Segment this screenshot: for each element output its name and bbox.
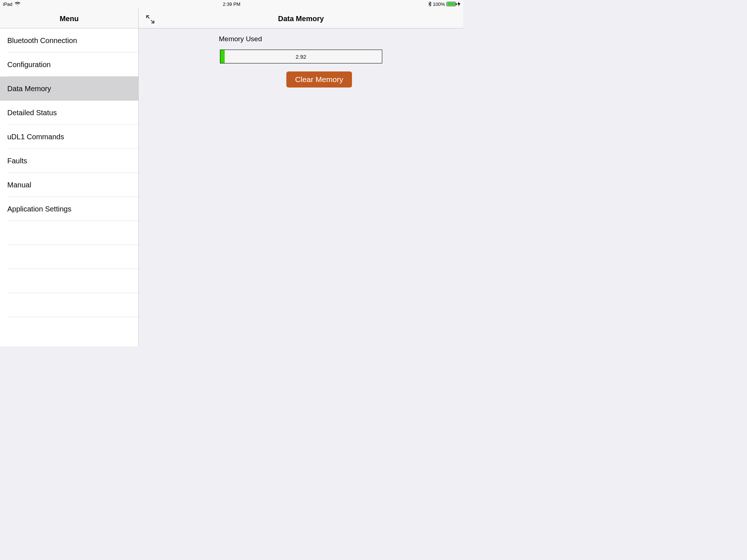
wifi-icon	[15, 2, 20, 6]
menu-item-label: uDL1 Commands	[7, 133, 64, 141]
menu-item-faults[interactable]: Faults	[0, 149, 138, 173]
menu-item-label: Manual	[7, 181, 31, 189]
menu-list: Bluetooth ConnectionConfigurationData Me…	[0, 28, 138, 346]
battery-icon	[446, 2, 456, 6]
status-bar: iPad 2:39 PM 100%	[0, 0, 463, 8]
content-body: Memory Used 2.92 Clear Memory	[139, 28, 463, 346]
menu-item-detailed-status[interactable]: Detailed Status	[0, 101, 138, 125]
memory-used-label: Memory Used	[219, 35, 262, 43]
content-title: Data Memory	[278, 15, 324, 23]
menu-item-empty	[0, 269, 138, 293]
menu-item-empty	[0, 293, 138, 317]
menu-item-label: Detailed Status	[7, 109, 57, 117]
device-label: iPad	[3, 1, 12, 7]
menu-item-data-memory[interactable]: Data Memory	[0, 77, 138, 101]
sidebar-title: Menu	[59, 15, 78, 23]
menu-item-label: Application Settings	[7, 205, 71, 213]
menu-item-configuration[interactable]: Configuration	[0, 52, 138, 77]
menu-item-empty	[0, 221, 138, 245]
menu-item-udl1-commands[interactable]: uDL1 Commands	[0, 125, 138, 149]
status-right: 100%	[428, 1, 460, 7]
menu-item-bluetooth-connection[interactable]: Bluetooth Connection	[0, 28, 138, 52]
status-time: 2:39 PM	[223, 1, 240, 7]
menu-item-empty	[0, 245, 138, 269]
svg-line-1	[151, 20, 154, 23]
expand-icon[interactable]	[145, 14, 155, 24]
menu-item-manual[interactable]: Manual	[0, 173, 138, 197]
sidebar: Menu Bluetooth ConnectionConfigurationDa…	[0, 0, 139, 346]
app-root: Menu Bluetooth ConnectionConfigurationDa…	[0, 0, 463, 346]
bluetooth-icon	[428, 1, 431, 7]
content-pane: Data Memory Memory Used 2.92 Clear Memor…	[139, 0, 463, 346]
menu-item-label: Configuration	[7, 61, 51, 69]
battery-percent: 100%	[433, 1, 445, 7]
battery-fill	[447, 3, 455, 5]
memory-progress-value: 2.92	[295, 54, 306, 60]
status-left: iPad	[3, 1, 20, 7]
menu-item-label: Bluetooth Connection	[7, 36, 77, 45]
memory-section: Memory Used 2.92 Clear Memory	[219, 35, 383, 88]
memory-progress-bar: 2.92	[220, 50, 382, 63]
memory-progress-fill	[220, 50, 225, 63]
menu-item-application-settings[interactable]: Application Settings	[0, 197, 138, 221]
menu-item-label: Faults	[7, 157, 27, 165]
svg-line-0	[147, 16, 149, 18]
charging-icon	[457, 1, 460, 7]
menu-item-label: Data Memory	[7, 85, 51, 93]
clear-memory-button[interactable]: Clear Memory	[286, 71, 352, 88]
